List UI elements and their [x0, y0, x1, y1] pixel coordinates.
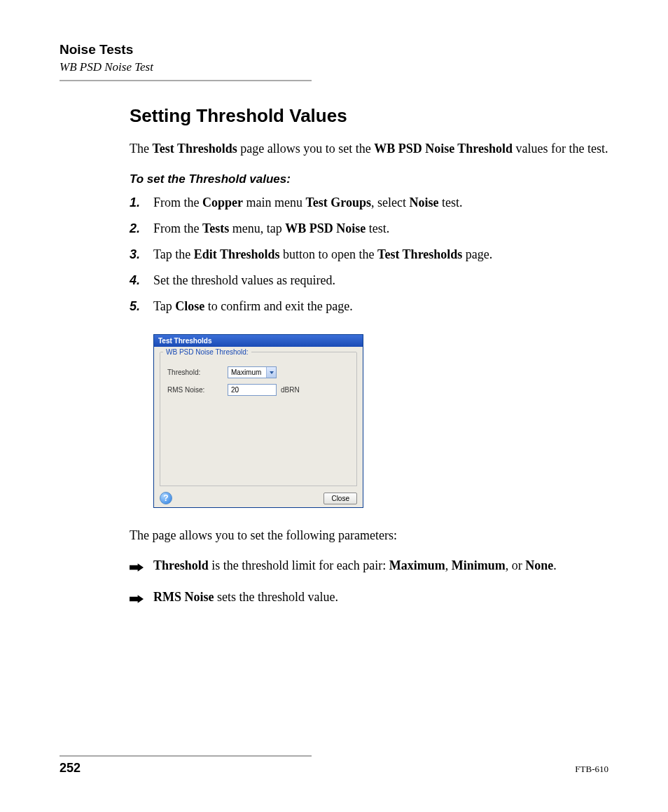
step-item: 5. Tap Close to confirm and exit the pag… — [130, 297, 608, 316]
text: test. — [439, 195, 463, 209]
text-bold: Maximum — [389, 558, 445, 572]
rms-noise-input[interactable]: 20 — [228, 384, 277, 396]
text: to confirm and exit the page. — [204, 299, 352, 313]
threshold-dropdown[interactable]: Maximum — [228, 366, 277, 378]
dialog-body: WB PSD Noise Threshold: Threshold: Maxim… — [154, 347, 363, 507]
embedded-screenshot: Test Thresholds WB PSD Noise Threshold: … — [153, 334, 608, 508]
step-text: Set the threshold values as required. — [153, 271, 608, 290]
main-content: Setting Threshold Values The Test Thresh… — [130, 105, 608, 610]
step-text: From the Tests menu, tap WB PSD Noise te… — [153, 219, 608, 238]
text: values for the test. — [513, 142, 608, 156]
chevron-down-icon — [270, 371, 274, 374]
text: is the threshold limit for each pair: — [209, 558, 389, 572]
parameters-intro: The page allows you to set the following… — [130, 526, 608, 545]
intro-paragraph: The Test Thresholds page allows you to s… — [130, 139, 608, 158]
text: , select — [371, 195, 409, 209]
text: page allows you to set the — [237, 142, 374, 156]
text: menu, tap — [229, 221, 285, 235]
text: Tap — [153, 299, 175, 313]
text-bold: Threshold — [153, 558, 209, 572]
text-bold: Noise — [410, 195, 439, 209]
document-id: FTB-610 — [575, 764, 608, 775]
fieldset-legend: WB PSD Noise Threshold: — [163, 348, 251, 356]
bullet-text: RMS Noise sets the threshold value. — [153, 588, 608, 610]
text-bold: Edit Thresholds — [194, 247, 280, 261]
step-item: 2. From the Tests menu, tap WB PSD Noise… — [130, 219, 608, 238]
text-bold: Minimum — [452, 558, 506, 572]
text-bold: RMS Noise — [153, 590, 214, 604]
text: The — [130, 142, 152, 156]
procedure-steps: 1. From the Copper main menu Test Groups… — [130, 193, 608, 316]
help-icon[interactable]: ? — [160, 492, 172, 504]
dropdown-value: Maximum — [228, 369, 266, 376]
fieldset-legend-row: WB PSD Noise Threshold: — [160, 348, 356, 356]
dialog-titlebar: Test Thresholds — [154, 335, 363, 347]
text-bold: WB PSD Noise Threshold — [374, 142, 513, 156]
rms-noise-unit: dBRN — [281, 386, 300, 394]
footer-divider — [60, 755, 312, 757]
text: main menu — [243, 195, 305, 209]
text: button to open the — [280, 247, 377, 261]
step-text: From the Copper main menu Test Groups, s… — [153, 193, 608, 212]
step-number: 4. — [130, 271, 153, 290]
text-bold: Tests — [202, 221, 229, 235]
bullet-text: Threshold is the threshold limit for eac… — [153, 556, 608, 578]
step-number: 1. — [130, 193, 153, 212]
header-subtitle: WB PSD Noise Test — [60, 60, 608, 74]
text-bold: Test Groups — [305, 195, 371, 209]
section-heading: Setting Threshold Values — [130, 105, 608, 127]
step-item: 3. Tap the Edit Thresholds button to ope… — [130, 245, 608, 264]
arrow-icon — [130, 588, 153, 610]
text: , — [445, 558, 452, 572]
step-number: 3. — [130, 245, 153, 264]
dropdown-button[interactable] — [266, 367, 276, 378]
step-item: 1. From the Copper main menu Test Groups… — [130, 193, 608, 212]
list-item: RMS Noise sets the threshold value. — [130, 588, 608, 610]
text: page. — [462, 247, 492, 261]
page-header: Noise Tests WB PSD Noise Test — [60, 42, 608, 81]
text-bold: Copper — [202, 195, 243, 209]
list-item: Threshold is the threshold limit for eac… — [130, 556, 608, 578]
test-thresholds-dialog: Test Thresholds WB PSD Noise Threshold: … — [153, 334, 363, 508]
threshold-label: Threshold: — [167, 369, 228, 376]
text: . — [553, 558, 557, 572]
step-text: Tap the Edit Thresholds button to open t… — [153, 245, 608, 264]
step-item: 4. Set the threshold values as required. — [130, 271, 608, 290]
text: From the — [153, 221, 202, 235]
text-bold: WB PSD Noise — [285, 221, 366, 235]
rms-noise-label: RMS Noise: — [167, 386, 228, 394]
text: test. — [366, 221, 389, 235]
text-bold: Test Thresholds — [377, 247, 462, 261]
text: Set the threshold values as required. — [153, 273, 335, 287]
arrow-icon — [130, 556, 153, 578]
header-divider — [60, 80, 312, 81]
text-bold: Close — [175, 299, 204, 313]
step-number: 5. — [130, 297, 153, 316]
footer-row: 252 FTB-610 — [60, 761, 608, 776]
step-text: Tap Close to confirm and exit the page. — [153, 297, 608, 316]
threshold-fieldset: WB PSD Noise Threshold: Threshold: Maxim… — [160, 352, 357, 486]
step-number: 2. — [130, 219, 153, 238]
procedure-heading: To set the Threshold values: — [130, 172, 608, 186]
page-footer: 252 FTB-610 — [60, 755, 608, 776]
dialog-footer: ? Close — [160, 490, 357, 504]
text-bold: None — [525, 558, 553, 572]
rms-noise-row: RMS Noise: 20 dBRN — [167, 384, 349, 396]
text-bold: Test Thresholds — [152, 142, 237, 156]
parameters-list: Threshold is the threshold limit for eac… — [130, 556, 608, 610]
text: , or — [506, 558, 526, 572]
threshold-row: Threshold: Maximum — [167, 366, 349, 378]
header-title: Noise Tests — [60, 42, 608, 57]
text: sets the threshold value. — [214, 590, 338, 604]
close-button[interactable]: Close — [323, 493, 357, 504]
page-number: 252 — [60, 761, 81, 776]
text: From the — [153, 195, 202, 209]
text: Tap the — [153, 247, 194, 261]
